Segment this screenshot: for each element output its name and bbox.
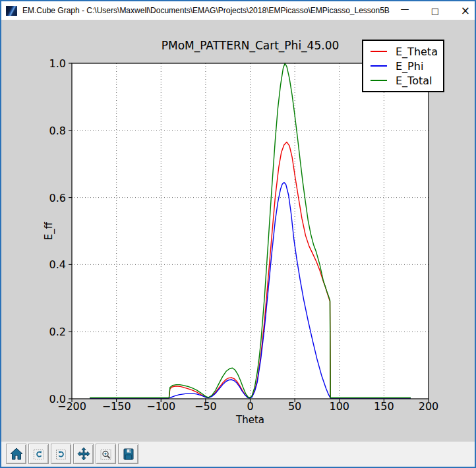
forward-button[interactable] bbox=[51, 444, 71, 464]
navigation-toolbar bbox=[1, 442, 475, 467]
x-tick-label: 200 bbox=[419, 400, 439, 413]
zoom-to-rect-button[interactable] bbox=[96, 444, 116, 464]
x-tick-label: −100 bbox=[146, 400, 175, 413]
home-button[interactable] bbox=[6, 444, 26, 464]
legend-item: E_Total bbox=[371, 73, 440, 88]
app-icon bbox=[6, 6, 17, 16]
legend-label: E_Total bbox=[396, 74, 432, 87]
e-phi-line-swatch bbox=[371, 65, 387, 67]
y-tick-label: 0.0 bbox=[49, 393, 66, 405]
back-icon bbox=[32, 447, 46, 461]
forward-icon bbox=[54, 447, 69, 461]
figure-canvas[interactable]: −200−150−100−500501001502000.00.20.40.60… bbox=[1, 20, 475, 442]
pan-icon bbox=[76, 447, 91, 461]
x-tick-label: 100 bbox=[329, 400, 349, 413]
minimize-icon: — bbox=[400, 4, 409, 14]
legend-item: E_Theta bbox=[371, 44, 440, 59]
save-icon bbox=[121, 447, 136, 461]
x-tick-label: 150 bbox=[374, 400, 394, 413]
minimize-button[interactable]: — bbox=[390, 1, 420, 20]
y-tick-label: 1.0 bbox=[49, 57, 66, 70]
e-total-line-swatch bbox=[371, 80, 387, 81]
app-window: EM.Cube Graph - C:\Users\Maxwell\Documen… bbox=[0, 0, 476, 468]
legend-item: E_Phi bbox=[371, 59, 440, 73]
y-tick-label: 0.2 bbox=[49, 326, 66, 338]
legend-label: E_Theta bbox=[396, 45, 438, 58]
x-tick-label: 0 bbox=[247, 400, 253, 413]
maximize-button[interactable]: □ bbox=[420, 1, 450, 20]
window-title: EM.Cube Graph - C:\Users\Maxwell\Documen… bbox=[22, 6, 390, 15]
y-tick-label: 0.8 bbox=[49, 125, 66, 137]
y-tick-label: 0.4 bbox=[49, 258, 66, 271]
maximize-icon: □ bbox=[431, 6, 439, 16]
legend-label: E_Phi bbox=[396, 60, 423, 73]
back-button[interactable] bbox=[28, 444, 49, 464]
close-button[interactable]: × bbox=[450, 1, 476, 20]
close-icon: × bbox=[461, 4, 470, 17]
e-theta-line-swatch bbox=[371, 51, 387, 52]
x-axis-label: Theta bbox=[72, 414, 429, 426]
titlebar[interactable]: EM.Cube Graph - C:\Users\Maxwell\Documen… bbox=[1, 1, 475, 20]
y-tick-label: 0.6 bbox=[49, 192, 66, 204]
x-tick-label: −150 bbox=[102, 400, 131, 413]
home-icon bbox=[9, 447, 24, 461]
x-tick-label: −50 bbox=[194, 400, 217, 413]
save-button[interactable] bbox=[118, 444, 138, 464]
zoom-to-rect-icon bbox=[99, 447, 113, 461]
window-controls: — □ × bbox=[390, 1, 476, 20]
pan-button[interactable] bbox=[73, 444, 94, 464]
x-tick-label: 50 bbox=[288, 400, 301, 413]
y-axis-label: E_ff bbox=[43, 212, 54, 251]
legend: E_Theta E_Phi E_Total bbox=[362, 40, 444, 92]
